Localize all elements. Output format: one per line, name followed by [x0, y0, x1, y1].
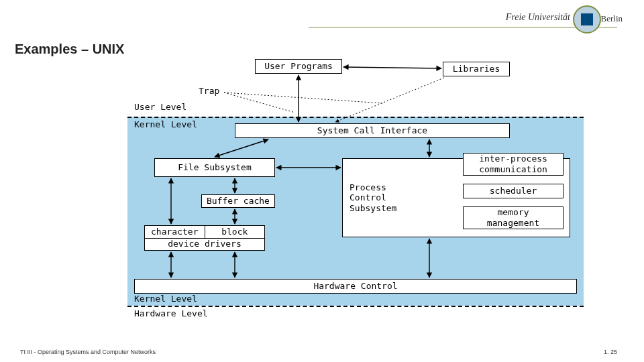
box-syscall-interface: System Call Interface [235, 123, 510, 138]
box-device-drivers: character block device drivers [144, 225, 265, 251]
divider-user-kernel [127, 117, 584, 118]
city-label: Berlin [601, 13, 623, 24]
university-seal-icon [573, 5, 601, 34]
box-scheduler: scheduler [463, 184, 564, 198]
box-ipc: inter-process communication [463, 153, 564, 176]
page-title: Examples – UNIX [15, 42, 124, 57]
svg-line-2 [335, 78, 444, 122]
box-buffer-cache: Buffer cache [201, 194, 275, 208]
footer-right: 1. 25 [604, 349, 617, 355]
svg-line-3 [224, 93, 295, 113]
svg-line-0 [343, 67, 441, 68]
university-name: Freie Universität [506, 12, 570, 23]
box-memory-mgmt: memory management [463, 206, 564, 229]
svg-line-4 [224, 93, 382, 103]
box-hardware-control: Hardware Control [134, 279, 577, 294]
box-block-driver: block [205, 226, 265, 238]
divider-kernel-hardware [127, 306, 584, 307]
box-char-driver: character [145, 226, 205, 238]
label-kernel-level-bot: Kernel Level [134, 294, 197, 304]
label-hardware-level: Hardware Level [134, 308, 208, 318]
label-device-drivers: device drivers [145, 238, 264, 251]
unix-diagram: User Level Kernel Level Kernel Level Har… [134, 59, 590, 334]
label-kernel-level-top: Kernel Level [134, 119, 197, 129]
label-user-level: User Level [134, 102, 186, 112]
box-libraries: Libraries [443, 62, 510, 76]
box-file-subsystem: File Subsystem [154, 158, 275, 177]
label-trap: Trap [199, 86, 219, 96]
footer-left: TI III - Operating Systems and Computer … [20, 349, 156, 355]
header-divider [309, 27, 617, 27]
university-label: Freie Universität [506, 12, 570, 22]
box-user-programs: User Programs [255, 59, 342, 74]
